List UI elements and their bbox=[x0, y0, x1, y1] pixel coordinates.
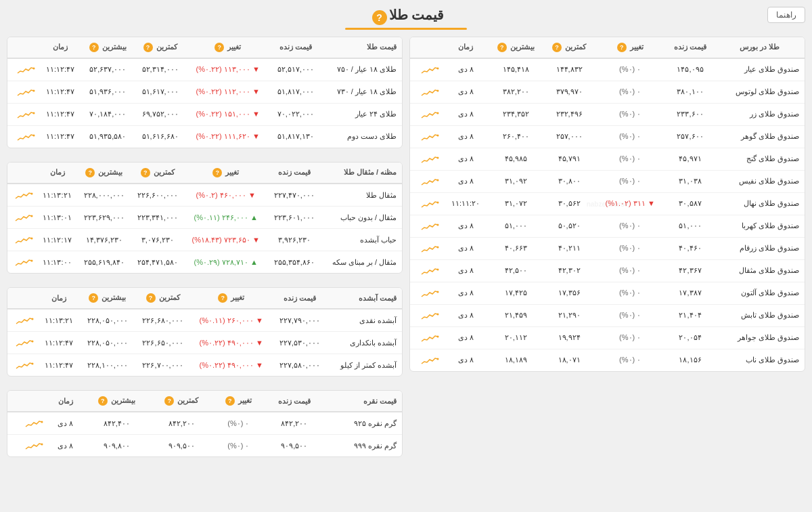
chart-icon[interactable] bbox=[416, 260, 443, 282]
mt-change-icon[interactable]: ? bbox=[212, 168, 222, 177]
table-row: صندوق طلای ناب ۱۸,۱۵۶ ۰ (%۰) ۱۸,۰۷۱ ۱۸,۱… bbox=[410, 349, 805, 371]
max-help-icon[interactable]: ? bbox=[497, 43, 507, 52]
row-time: ۱۱:۱۳:۰۱ bbox=[37, 207, 77, 229]
question-icon: ? bbox=[372, 10, 387, 25]
table-row: صندوق طلای گنج ۴۵,۹۷۱ ۰ (%۰) ۴۵,۷۹۱ ۴۵,۹… bbox=[410, 148, 805, 170]
chart-icon[interactable] bbox=[11, 332, 38, 354]
gp-max-icon[interactable]: ? bbox=[89, 43, 99, 52]
row-min: ۶۹,۷۵۲,۰۰۰ bbox=[134, 103, 186, 125]
svg-point-14 bbox=[32, 67, 35, 69]
ab-change-icon[interactable]: ? bbox=[218, 293, 227, 303]
min-help-icon[interactable]: ? bbox=[552, 43, 562, 52]
chart-icon[interactable] bbox=[416, 238, 443, 259]
sv-change-icon[interactable]: ? bbox=[225, 396, 235, 406]
gp-col-time: زمان bbox=[39, 37, 82, 58]
svg-point-12 bbox=[436, 335, 438, 337]
row-live: ۲۲۷,۵۸۰,۰۰۰ bbox=[272, 354, 328, 377]
row-name: طلای دست دوم bbox=[321, 125, 402, 148]
row-live: ۲۵۵,۳۵۴,۸۶۰ bbox=[267, 251, 321, 274]
row-time: ۸ دی bbox=[443, 125, 488, 148]
sv-max-icon[interactable]: ? bbox=[98, 396, 108, 406]
row-time: ۸ دی bbox=[443, 215, 488, 237]
svg-point-8 bbox=[436, 246, 438, 248]
row-time: ۸ دی bbox=[443, 259, 488, 282]
table-row: صندوق طلای کهربا ۵۱,۰۰۰ ۰ (%۰) ۵۰,۵۲۰ ۵۱… bbox=[410, 215, 805, 237]
mt-min-icon[interactable]: ? bbox=[141, 168, 150, 177]
mt-max-icon[interactable]: ? bbox=[85, 168, 95, 177]
chart-icon[interactable] bbox=[416, 327, 443, 349]
row-live: ۸۴۲,۲۰۰ bbox=[264, 412, 324, 435]
change-help-icon[interactable]: ? bbox=[617, 43, 627, 52]
ab-min-icon[interactable]: ? bbox=[146, 293, 156, 303]
row-min: ۳۰,۵۶۲ bbox=[543, 192, 595, 215]
row-min: ۳,۰۷۶,۲۳۰ bbox=[131, 229, 184, 251]
svg-point-15 bbox=[32, 89, 35, 91]
sv-min-icon[interactable]: ? bbox=[164, 396, 174, 406]
help-button[interactable]: راهنما bbox=[767, 7, 805, 23]
col-live-price: قیمت زنده bbox=[665, 37, 715, 58]
chart-icon[interactable] bbox=[11, 310, 38, 331]
row-time: ۸ دی bbox=[443, 237, 488, 259]
row-max: ۳۱,۰۷۲ bbox=[488, 192, 543, 215]
row-change: ▼ ۱۱۱,۶۲۰ (%۰.۲۲) bbox=[186, 125, 269, 148]
chart-icon[interactable] bbox=[11, 354, 38, 376]
chart-icon[interactable] bbox=[12, 104, 39, 125]
chart-icon[interactable] bbox=[416, 81, 443, 103]
chart-icon[interactable] bbox=[416, 282, 443, 304]
chart-icon[interactable] bbox=[416, 148, 443, 170]
chart-icon[interactable] bbox=[416, 349, 443, 371]
sv-col-min: کمترین ? bbox=[150, 391, 212, 412]
page-header: راهنما قیمت طلا ? bbox=[7, 7, 805, 30]
chart-icon[interactable] bbox=[20, 412, 47, 434]
svg-point-21 bbox=[30, 260, 32, 262]
row-time: ۱۱:۱۳:۰۰ bbox=[37, 251, 77, 274]
gp-change-icon[interactable]: ? bbox=[215, 43, 224, 52]
row-min: ۳۰,۸۰۰ bbox=[543, 170, 595, 192]
row-max: ۴۵,۹۸۵ bbox=[488, 148, 543, 170]
chart-icon[interactable] bbox=[416, 126, 443, 148]
row-change: ۰ (%۰) bbox=[212, 435, 264, 457]
chart-icon[interactable] bbox=[10, 229, 37, 251]
row-time: ۸ دی bbox=[47, 412, 83, 435]
row-name: صندوق طلای نفیس bbox=[715, 170, 805, 192]
table-row: گرم نقره ۹۹۹ ۹۰۹,۵۰۰ ۰ (%۰) ۹۰۹,۵۰۰ ۹۰۹,… bbox=[7, 435, 402, 457]
chart-icon[interactable] bbox=[416, 193, 443, 215]
chart-icon[interactable] bbox=[10, 207, 37, 228]
row-name: طلای ۱۸ عیار / ۷۳۰ bbox=[321, 81, 402, 103]
chart-icon[interactable] bbox=[416, 59, 443, 81]
chart-icon[interactable] bbox=[416, 305, 443, 326]
row-live: ۴۰,۴۶۰ bbox=[665, 237, 715, 259]
row-max: ۱۴۵,۴۱۸ bbox=[488, 58, 543, 81]
chart-icon[interactable] bbox=[12, 126, 39, 148]
gp-min-icon[interactable]: ? bbox=[143, 43, 153, 52]
row-time: ۱۱:۱۲:۴۷ bbox=[38, 354, 79, 377]
row-change: ۰ (%۰) bbox=[595, 58, 665, 81]
table-row: طلای دست دوم ۵۱,۸۱۷,۱۳۰ ▼ ۱۱۱,۶۲۰ (%۰.۲۲… bbox=[7, 125, 402, 148]
table-row: صندوق طلای زرقام ۴۰,۴۶۰ ۰ (%۰) ۴۰,۲۱۱ ۴۰… bbox=[410, 237, 805, 259]
chart-icon[interactable] bbox=[12, 81, 39, 103]
row-live: ۷۰,۰۲۲,۰۰۰ bbox=[269, 103, 321, 125]
chart-icon[interactable] bbox=[416, 171, 443, 192]
row-change: ▲ ۷۲۸,۷۱۰ (%۰.۲۹) bbox=[184, 251, 267, 274]
row-live: ۲۵۷,۶۰۰ bbox=[665, 125, 715, 148]
row-change: ۰ (%۰) bbox=[595, 170, 665, 192]
chart-icon[interactable] bbox=[20, 435, 47, 456]
chart-icon[interactable] bbox=[12, 59, 39, 81]
ab-max-icon[interactable]: ? bbox=[89, 293, 98, 303]
chart-icon[interactable] bbox=[416, 215, 443, 237]
row-max: ۱۷,۴۲۵ bbox=[488, 282, 543, 304]
chart-icon[interactable] bbox=[10, 251, 37, 273]
chart-icon[interactable] bbox=[10, 184, 37, 206]
row-max: ۳۸۲,۲۰۰ bbox=[488, 81, 543, 103]
row-change: ۰ (%۰) bbox=[595, 81, 665, 103]
row-min: ۲۲۶,۶۵۰,۰۰۰ bbox=[135, 332, 191, 354]
row-name: صندوق طلای گنج bbox=[715, 148, 805, 170]
row-change: ۰ (%۰) bbox=[595, 103, 665, 125]
table-row: گرم نقره ۹۲۵ ۸۴۲,۲۰۰ ۰ (%۰) ۸۴۲,۲۰۰ ۸۴۲,… bbox=[7, 412, 402, 435]
table-row: صندوق طلای نهال ۳۰,۵۸۷ ▼ ۳۱۱ (%۱.۰۲) ۳۰,… bbox=[410, 192, 805, 215]
mt-col-chart bbox=[7, 163, 37, 184]
row-name: صندوق طلای گوهر bbox=[715, 125, 805, 148]
chart-icon[interactable] bbox=[416, 104, 443, 125]
row-name: آبشده نقدی bbox=[328, 309, 402, 332]
svg-point-23 bbox=[32, 341, 34, 343]
